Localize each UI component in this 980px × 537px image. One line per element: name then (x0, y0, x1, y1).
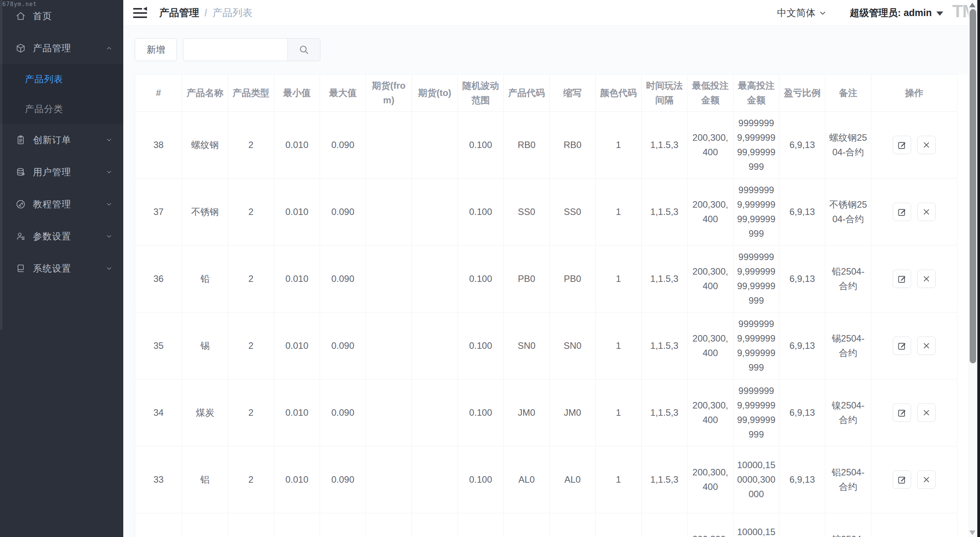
scrollbar-thumb[interactable] (970, 9, 976, 363)
cell-time_intervals: 1,1.5,3 (642, 513, 688, 537)
cell-max_bet: 99999999,99999999,99999999 (733, 246, 779, 312)
table-row: 32锌20.0100.0900.100ZN0ZN011,1.5,3200,300… (135, 513, 957, 537)
sidebar-subitem-product-list[interactable]: 产品列表 (0, 64, 123, 94)
delete-button[interactable] (917, 470, 936, 489)
language-selector[interactable]: 中文简体 (777, 7, 827, 19)
edit-button[interactable] (893, 270, 911, 288)
row-actions (874, 270, 954, 288)
edit-icon (897, 475, 907, 485)
cell-max_bet: 99999999,99999999,99999999 (733, 179, 779, 246)
column-header-type: 产品类型 (228, 75, 274, 112)
main-panel: 产品管理 / 产品列表 中文简体 超级管理员: admin (123, 0, 980, 537)
cell-max: 0.090 (320, 246, 366, 312)
cell-futures_from (366, 179, 412, 246)
chevron-down-icon (105, 136, 113, 144)
cell-fluctuation: 0.100 (458, 312, 504, 379)
delete-button[interactable] (917, 337, 936, 355)
cell-fluctuation: 0.100 (458, 379, 504, 446)
add-button[interactable]: 新增 (135, 38, 177, 61)
cell-time_intervals: 1,1.5,3 (642, 112, 688, 179)
edit-button[interactable] (893, 404, 911, 422)
delete-button[interactable] (917, 270, 936, 288)
cell-fluctuation: 0.100 (458, 112, 504, 179)
close-icon (921, 408, 931, 418)
product-table: #产品名称产品类型最小值最大值期货(from)期货(to)随机波动范围产品代码缩… (135, 74, 957, 537)
table-row: 38螺纹钢20.0100.0900.100RB0RB011,1.5,3200,3… (135, 112, 957, 179)
sidebar-item-orders[interactable]: 创新订单 (0, 124, 123, 156)
cell-abbr: RB0 (550, 112, 596, 179)
close-icon (921, 274, 931, 284)
cell-id: 38 (135, 112, 182, 179)
sidebar-subitem-product-category[interactable]: 产品分类 (0, 94, 123, 124)
product-table-card: #产品名称产品类型最小值最大值期货(from)期货(to)随机波动范围产品代码缩… (135, 74, 969, 537)
cell-pl_ratio: 6,9,13 (779, 513, 825, 537)
column-header-abbr: 缩写 (550, 75, 596, 112)
cell-min: 0.010 (274, 312, 320, 379)
sidebar-item-users[interactable]: 用户管理 (0, 156, 123, 188)
cell-abbr: SS0 (550, 179, 596, 246)
row-actions (874, 203, 954, 221)
column-header-min: 最小值 (274, 75, 320, 112)
cell-futures_to (412, 246, 458, 312)
column-header-futures_to: 期货(to) (412, 75, 458, 112)
sidebar-item-product[interactable]: 产品管理 (0, 32, 123, 64)
edit-icon (897, 408, 907, 418)
row-actions (874, 404, 954, 422)
cell-max_bet: 99999999,99999999,99999999 (733, 112, 779, 179)
table-row: 37不锈钢20.0100.0900.100SS0SS011,1.5,3200,3… (135, 179, 957, 246)
delete-button[interactable] (917, 136, 936, 154)
delete-button[interactable] (917, 203, 936, 221)
sidebar-subitem-label: 产品分类 (25, 103, 113, 115)
cell-type: 2 (228, 246, 274, 312)
delete-button[interactable] (917, 404, 936, 422)
cell-max_bet: 10000,150000,300000 (733, 446, 779, 513)
sidebar-subitem-label: 产品列表 (25, 73, 113, 85)
edit-button[interactable] (893, 337, 911, 355)
cell-id: 36 (135, 246, 182, 312)
cell-id: 34 (135, 379, 182, 446)
sidebar-item-tutorials[interactable]: 教程管理 (0, 188, 123, 220)
sidebar-item-params[interactable]: 参数设置 (0, 220, 123, 252)
cell-ops (871, 513, 957, 537)
cell-pl_ratio: 6,9,13 (779, 379, 825, 446)
search-button[interactable] (287, 38, 320, 61)
sidebar-collapse-icon[interactable] (133, 7, 147, 19)
user-menu[interactable]: 超级管理员: admin (850, 7, 943, 19)
chevron-down-icon (105, 264, 113, 273)
cell-code: SN0 (504, 312, 550, 379)
cell-futures_from (366, 379, 412, 446)
table-header-row: #产品名称产品类型最小值最大值期货(from)期货(to)随机波动范围产品代码缩… (135, 75, 957, 112)
breadcrumb-page: 产品列表 (212, 6, 252, 20)
sidebar-item-label: 产品管理 (33, 42, 105, 54)
cell-color_code: 1 (596, 246, 642, 312)
edit-button[interactable] (893, 470, 911, 489)
scrollbar-up-arrow[interactable] (969, 3, 975, 7)
sidebar-item-label: 参数设置 (33, 230, 105, 242)
search-icon (299, 44, 309, 55)
cell-fluctuation: 0.100 (458, 446, 504, 513)
scrollbar-down-arrow[interactable] (969, 530, 975, 535)
edit-button[interactable] (893, 136, 911, 154)
cell-abbr: ZN0 (550, 513, 596, 537)
cell-futures_from (366, 312, 412, 379)
edit-icon (897, 341, 907, 351)
cell-name: 螺纹钢 (182, 112, 228, 179)
cell-color_code: 1 (596, 513, 642, 537)
sidebar-item-system[interactable]: 系统设置 (0, 252, 123, 285)
home-icon (15, 11, 26, 21)
cell-min_bet: 200,300,400 (688, 179, 733, 246)
cell-futures_to (412, 312, 458, 379)
cell-futures_from (366, 446, 412, 513)
search-input[interactable] (183, 38, 287, 61)
watermark-domain: 678ym.net (2, 1, 37, 8)
caret-down-icon (936, 11, 943, 16)
cell-max: 0.090 (320, 112, 366, 179)
breadcrumb-section[interactable]: 产品管理 (159, 6, 199, 20)
edit-button[interactable] (893, 203, 911, 221)
cell-max: 0.090 (320, 513, 366, 537)
cell-max: 0.090 (320, 379, 366, 446)
column-header-id: # (135, 75, 182, 112)
cell-abbr: SN0 (550, 312, 596, 379)
cell-type: 2 (228, 312, 274, 379)
row-actions (874, 337, 954, 355)
